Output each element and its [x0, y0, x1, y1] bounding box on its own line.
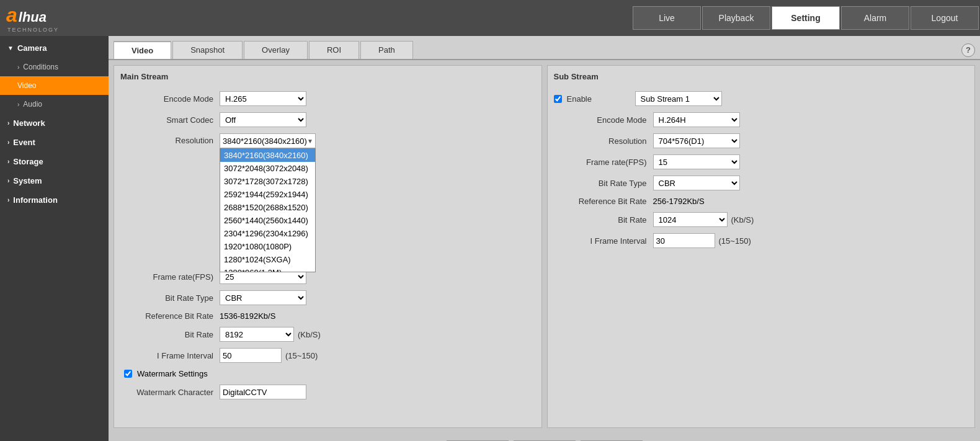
main-layout: ▼ Camera › Conditions Video › Audio › Ne… — [0, 36, 980, 441]
smart-codec-row: Smart Codec Off On — [120, 112, 535, 127]
resolution-row: Resolution 3840*2160(3840x2160) ▼ 3840*2… — [120, 133, 535, 148]
sub-reference-bit-rate-row: Reference Bit Rate 256-1792Kb/S — [554, 197, 969, 206]
resolution-option-7[interactable]: 1920*1080(1080P) — [220, 240, 315, 253]
sidebar-item-video[interactable]: Video — [0, 76, 109, 95]
help-icon[interactable]: ? — [961, 43, 975, 57]
tab-roi[interactable]: ROI — [309, 41, 359, 59]
panels: Main Stream Encode Mode H.264 H.264H H.2… — [109, 60, 980, 433]
sub-resolution-label: Resolution — [554, 136, 653, 146]
watermark-character-row: Watermark Character — [120, 385, 535, 399]
sub-bit-rate-unit: (Kb/S) — [731, 215, 754, 225]
bit-rate-type-control: CBR VBR — [220, 290, 306, 305]
resolution-option-9[interactable]: 1280*960(1.3M) — [220, 266, 315, 272]
main-stream-title: Main Stream — [120, 72, 535, 84]
resolution-option-6[interactable]: 2304*1296(2304x1296) — [220, 227, 315, 240]
tab-path[interactable]: Path — [360, 41, 413, 59]
sub-frame-rate-row: Frame rate(FPS) 15 — [554, 154, 969, 169]
sub-enable-label: Enable — [567, 94, 635, 104]
top-bar: a lhua TECHNOLOGY Live Playback Setting … — [0, 0, 980, 36]
sidebar-item-audio[interactable]: › Audio — [0, 95, 109, 114]
logo-tech: TECHNOLOGY — [7, 27, 59, 33]
reference-bit-rate-value: 1536-8192Kb/S — [220, 311, 275, 321]
sidebar-item-event[interactable]: › Event — [0, 133, 109, 152]
i-frame-interval-control: (15~150) — [220, 348, 318, 363]
sub-frame-rate-label: Frame rate(FPS) — [554, 158, 653, 167]
logo-brand: a lhua — [6, 4, 47, 27]
resolution-option-1[interactable]: 3072*2048(3072x2048) — [220, 162, 315, 175]
sidebar-item-camera[interactable]: ▼ Camera — [0, 38, 109, 58]
sidebar-item-information[interactable]: › Information — [0, 190, 109, 210]
frame-rate-row: Frame rate(FPS) 25 — [120, 269, 535, 284]
nav-playback[interactable]: Playback — [702, 6, 770, 30]
conditions-arrow-icon: › — [17, 64, 19, 71]
nav-setting[interactable]: Setting — [772, 6, 840, 30]
sub-i-frame-interval-input[interactable] — [653, 233, 715, 248]
sub-encode-mode-row: Encode Mode H.264 H.264H H.264B H.265 — [554, 112, 969, 127]
sub-enable-checkbox[interactable] — [554, 95, 562, 103]
sub-i-frame-interval-range: (15~150) — [719, 236, 751, 246]
resolution-option-8[interactable]: 1280*1024(SXGA) — [220, 253, 315, 266]
sub-stream-select[interactable]: Sub Stream 1 Sub Stream 2 — [635, 91, 722, 106]
nav-alarm[interactable]: Alarm — [841, 6, 909, 30]
sub-stream-title: Sub Stream — [554, 72, 969, 84]
encode-mode-label: Encode Mode — [120, 94, 220, 104]
sub-bit-rate-type-control: CBR VBR — [653, 176, 740, 190]
sub-resolution-row: Resolution 704*576(D1) 640*480(VGA) 320*… — [554, 133, 969, 148]
sidebar-item-conditions[interactable]: › Conditions — [0, 58, 109, 76]
watermark-settings-checkbox[interactable] — [124, 370, 132, 378]
reference-bit-rate-label: Reference Bit Rate — [120, 311, 220, 321]
sub-bit-rate-type-select[interactable]: CBR VBR — [653, 176, 740, 190]
i-frame-interval-range: (15~150) — [285, 351, 318, 360]
main-stream-panel: Main Stream Encode Mode H.264 H.264H H.2… — [114, 65, 542, 428]
sub-resolution-select[interactable]: 704*576(D1) 640*480(VGA) 320*240(QVGA) — [653, 133, 740, 148]
smart-codec-select[interactable]: Off On — [220, 112, 306, 127]
resolution-option-4[interactable]: 2688*1520(2688x1520) — [220, 201, 315, 214]
sidebar-item-storage[interactable]: › Storage — [0, 152, 109, 171]
bit-rate-type-row: Bit Rate Type CBR VBR — [120, 290, 535, 305]
sub-bit-rate-select[interactable]: 256 512 1024 2048 — [653, 212, 728, 227]
resolution-control: 3840*2160(3840x2160) ▼ 3840*2160(3840x21… — [220, 133, 316, 148]
frame-rate-label: Frame rate(FPS) — [120, 272, 220, 282]
logo-a: a — [6, 4, 17, 27]
sub-encode-mode-select[interactable]: H.264 H.264H H.264B H.265 — [653, 112, 740, 127]
tab-snapshot[interactable]: Snapshot — [172, 41, 243, 59]
sub-resolution-control: 704*576(D1) 640*480(VGA) 320*240(QVGA) — [653, 133, 740, 148]
resolution-option-2[interactable]: 3072*1728(3072x1728) — [220, 175, 315, 188]
resolution-option-5[interactable]: 2560*1440(2560x1440) — [220, 214, 315, 227]
bit-rate-row: Bit Rate 512 1024 2048 4096 8192 (Kb/S) — [120, 327, 535, 342]
tab-overlay[interactable]: Overlay — [244, 41, 308, 59]
sidebar-item-system[interactable]: › System — [0, 171, 109, 190]
resolution-option-0[interactable]: 3840*2160(3840x2160) — [220, 149, 315, 162]
sub-bit-rate-type-row: Bit Rate Type CBR VBR — [554, 176, 969, 190]
bit-rate-select[interactable]: 512 1024 2048 4096 8192 — [220, 327, 294, 342]
encode-mode-select[interactable]: H.264 H.264H H.264B H.265 H.265+ MJPEG — [220, 91, 306, 106]
sub-frame-rate-select[interactable]: 15 — [653, 154, 740, 169]
nav-logout[interactable]: Logout — [911, 6, 979, 30]
tab-video[interactable]: Video — [114, 41, 171, 59]
tabs-bar: Video Snapshot Overlay ROI Path ? — [109, 36, 980, 60]
logo-area: a lhua TECHNOLOGY — [0, 4, 112, 33]
encode-mode-control: H.264 H.264H H.264B H.265 H.265+ MJPEG — [220, 91, 306, 106]
sub-enable-row: Enable Sub Stream 1 Sub Stream 2 — [554, 91, 969, 106]
bit-rate-type-select[interactable]: CBR VBR — [220, 290, 306, 305]
sub-encode-mode-control: H.264 H.264H H.264B H.265 — [653, 112, 740, 127]
resolution-dropdown-list: 3840*2160(3840x2160) 3072*2048(3072x2048… — [220, 148, 316, 272]
resolution-label: Resolution — [120, 133, 220, 145]
i-frame-interval-label: I Frame Interval — [120, 351, 220, 360]
nav-live[interactable]: Live — [633, 6, 701, 30]
watermark-settings-label: Watermark Settings — [137, 369, 208, 378]
system-arrow-icon: › — [7, 177, 9, 184]
watermark-character-input[interactable] — [220, 385, 306, 399]
sub-frame-rate-control: 15 — [653, 154, 740, 169]
event-arrow-icon: › — [7, 139, 9, 146]
bit-rate-label: Bit Rate — [120, 330, 220, 339]
sidebar-item-network[interactable]: › Network — [0, 114, 109, 133]
resolution-display[interactable]: 3840*2160(3840x2160) ▼ — [220, 133, 316, 148]
bit-rate-unit: (Kb/S) — [298, 330, 321, 339]
sub-enable-control: Sub Stream 1 Sub Stream 2 — [635, 91, 722, 106]
information-arrow-icon: › — [7, 197, 9, 203]
resolution-dropdown-arrow: ▼ — [307, 138, 313, 145]
camera-expand-icon: ▼ — [7, 45, 14, 51]
i-frame-interval-input[interactable] — [220, 348, 282, 363]
resolution-option-3[interactable]: 2592*1944(2592x1944) — [220, 188, 315, 201]
